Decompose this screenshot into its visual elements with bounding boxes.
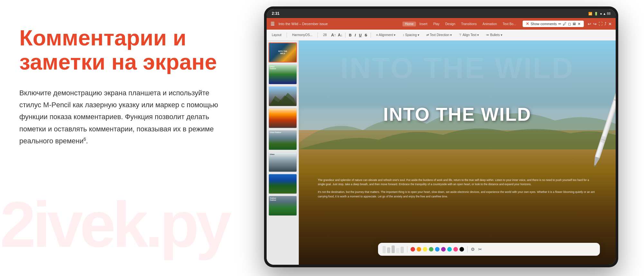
wifi-icon: 📶 bbox=[588, 12, 592, 15]
tab-design[interactable]: Design bbox=[443, 22, 458, 26]
pen-shape-3[interactable] bbox=[392, 245, 395, 253]
slide-2-content: UrbanOutdoor bbox=[269, 65, 297, 84]
spacing-dropdown[interactable]: ↕ Spacing ▾ bbox=[400, 33, 422, 37]
slide-thumb-1[interactable]: INTO THEWILD bbox=[269, 43, 297, 62]
slide-8-content: OutdoorOutdoor bbox=[269, 196, 297, 215]
watermark-text: 2ivek.py bbox=[0, 192, 245, 257]
color-picker[interactable] bbox=[411, 247, 464, 252]
italic-btn[interactable]: I bbox=[354, 33, 357, 37]
font-size-up[interactable]: A↑ bbox=[331, 33, 336, 37]
pen-toolbar[interactable]: ⚙ ✂ bbox=[378, 243, 600, 256]
crop-icon[interactable]: ✂ bbox=[478, 247, 482, 252]
tab-play[interactable]: Play bbox=[431, 22, 442, 26]
font-dropdown[interactable]: HarmonyOS... bbox=[289, 33, 315, 37]
color-yellow[interactable] bbox=[423, 247, 427, 252]
close-app-icon[interactable]: ✕ bbox=[608, 22, 612, 26]
heading-line2: заметки на экране bbox=[19, 50, 217, 74]
slide-paragraph-2: It's not the destination, but the journe… bbox=[318, 190, 597, 199]
slide-5-label: Urban Outdoor bbox=[270, 131, 281, 133]
alignment-dropdown[interactable]: ≡ Alignment ▾ bbox=[374, 33, 398, 37]
settings-icon[interactable]: ⚙ bbox=[471, 247, 475, 252]
bullets-dropdown[interactable]: ≔ Bullets ▾ bbox=[483, 33, 505, 37]
slide-paragraph-1: The grandeur and splendor of nature can … bbox=[318, 178, 597, 187]
slide-text-content: The grandeur and splendor of nature can … bbox=[318, 178, 597, 202]
slide-6-content: Urban bbox=[269, 152, 297, 172]
color-purple[interactable] bbox=[441, 247, 446, 252]
divider1 bbox=[287, 33, 287, 38]
divider2 bbox=[317, 33, 318, 38]
layout-dropdown[interactable]: Layout bbox=[269, 33, 284, 37]
slide-thumb-8[interactable]: OutdoorOutdoor bbox=[269, 196, 297, 216]
show-comments-button[interactable]: ✕ Show comments ✏ 🖊 ◻ 🏛 ✕ bbox=[523, 21, 584, 27]
slides-panel[interactable]: INTO THEWILD UrbanOutdoor bbox=[267, 41, 299, 265]
share-icon[interactable]: ⤴ bbox=[604, 22, 606, 26]
pen-toolbar-divider2 bbox=[467, 246, 468, 252]
pen-shape-1[interactable] bbox=[383, 246, 386, 253]
underline-btn[interactable]: U bbox=[358, 33, 363, 37]
fullscreen-icon[interactable]: ⛶ bbox=[599, 22, 602, 26]
slide-7-content bbox=[269, 174, 297, 194]
close-icon[interactable]: ✕ bbox=[578, 22, 581, 26]
tab-textbox[interactable]: Text Bo... bbox=[500, 22, 519, 26]
tab-animation[interactable]: Animation bbox=[480, 22, 499, 26]
slide-3-content bbox=[269, 87, 297, 106]
strikethrough-btn[interactable]: S bbox=[364, 33, 368, 37]
slide-thumb-5[interactable]: Urban Outdoor bbox=[269, 130, 297, 150]
slide-thumb-2[interactable]: UrbanOutdoor bbox=[269, 64, 297, 84]
battery-icon: 🔋 bbox=[594, 12, 598, 15]
file-title: Into the Wild – December issue bbox=[279, 22, 399, 26]
slide-thumb-4[interactable] bbox=[269, 108, 297, 128]
slide-thumb-7[interactable] bbox=[269, 174, 297, 194]
page-heading: Комментарии и заметки на экране bbox=[19, 26, 232, 74]
color-pink[interactable] bbox=[453, 247, 458, 252]
color-black[interactable] bbox=[459, 247, 464, 252]
bold-btn[interactable]: B bbox=[348, 33, 353, 37]
x-icon: ✕ bbox=[526, 22, 529, 26]
slide-thumb-6[interactable]: Urban bbox=[269, 152, 297, 172]
pen-toolbar-divider bbox=[407, 246, 407, 252]
pen-icon: ✏ bbox=[558, 22, 561, 26]
pen-shape-5[interactable] bbox=[401, 247, 404, 253]
undo-icon[interactable]: ↩ bbox=[588, 22, 591, 26]
tablet-frame: 2:31 📶 🔋 ● ▲ 88 ☰ Into the Wild – Decemb… bbox=[264, 6, 618, 267]
tab-transitions[interactable]: Transitions bbox=[459, 22, 479, 26]
tab-insert[interactable]: Insert bbox=[417, 22, 430, 26]
tab-buttons: Home Insert Play Design Transitions Anim… bbox=[402, 22, 519, 26]
slide-2-label: UrbanOutdoor bbox=[270, 66, 276, 70]
title-bar: ☰ Into the Wild – December issue Home In… bbox=[267, 18, 616, 30]
divider4 bbox=[371, 33, 371, 38]
footnote: 6 bbox=[83, 137, 86, 142]
slide-thumb-3[interactable] bbox=[269, 86, 297, 106]
slide-3-svg bbox=[269, 86, 297, 106]
main-slide-background: INTO THE WILD INTO THE WILD The grandeur… bbox=[299, 41, 616, 265]
content-area: INTO THEWILD UrbanOutdoor bbox=[267, 41, 616, 265]
highlight-icon: 🖊 bbox=[563, 22, 566, 26]
pen-shape-4[interactable] bbox=[396, 248, 399, 253]
pen-shapes-group bbox=[383, 245, 404, 253]
tab-home[interactable]: Home bbox=[402, 22, 416, 26]
pen-shape-2[interactable] bbox=[387, 247, 390, 253]
heading-line1: Комментарии и bbox=[19, 25, 186, 50]
description-text: Включите демонстрацию экрана планшета и … bbox=[19, 87, 232, 147]
redo-icon[interactable]: ↪ bbox=[593, 22, 597, 26]
text-direction-dropdown[interactable]: ⇌ Text Direction ▾ bbox=[424, 33, 454, 37]
align-text-dropdown[interactable]: ⊤ Align Text ▾ bbox=[456, 33, 481, 37]
color-red[interactable] bbox=[411, 247, 415, 252]
show-comments-label: Show comments bbox=[531, 22, 557, 26]
svg-marker-4 bbox=[593, 165, 595, 167]
color-blue[interactable] bbox=[435, 247, 440, 252]
menu-icon[interactable]: ☰ bbox=[270, 21, 275, 26]
left-content: Комментарии и заметки на экране Включите… bbox=[19, 26, 232, 147]
font-size[interactable]: 28 bbox=[320, 33, 329, 37]
slide-1-title: INTO THEWILD bbox=[278, 50, 287, 55]
font-size-down[interactable]: A↓ bbox=[338, 33, 343, 37]
slide-bg-watermark: INTO THE WILD bbox=[299, 52, 616, 85]
color-green[interactable] bbox=[429, 247, 433, 252]
title-bar-actions: ↩ ↪ ⛶ ⤴ ✕ bbox=[588, 22, 612, 26]
color-orange[interactable] bbox=[417, 247, 421, 252]
color-cyan[interactable] bbox=[447, 247, 452, 252]
format-buttons: B I U S bbox=[348, 33, 368, 37]
divider3 bbox=[345, 33, 346, 38]
slide-8-label: OutdoorOutdoor bbox=[270, 197, 276, 201]
slide-4-content bbox=[269, 109, 297, 128]
